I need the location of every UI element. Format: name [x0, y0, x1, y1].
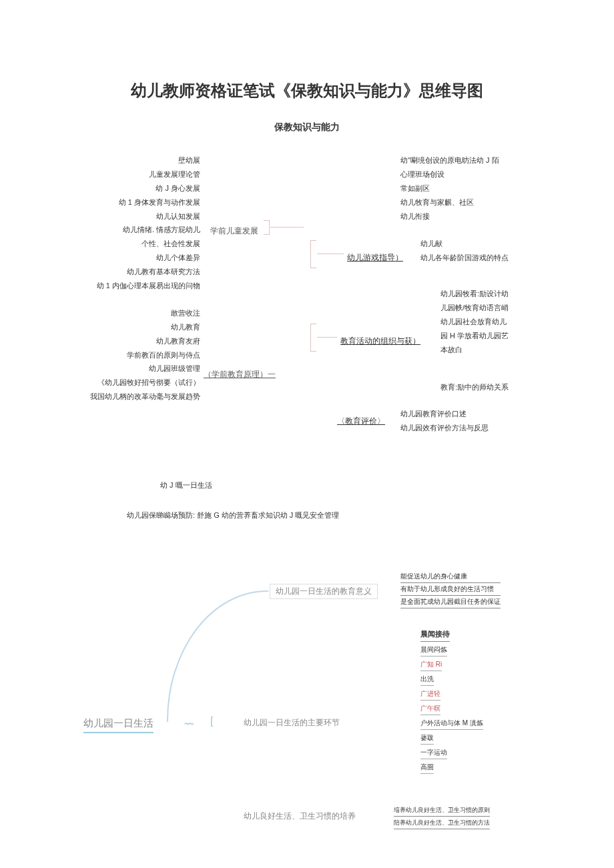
node: 幼儿园班级管理 — [40, 362, 200, 376]
page-title: 幼儿教师资格证笔试《保教知识与能力》思维导图 — [13, 80, 601, 101]
branch-2-items: 晨闻接待 晨间闷炼 广知 Ri 出洗 广进轻 广午暝 户外活动与体 M 滇炼 蔢… — [420, 627, 483, 775]
node: 敢营收注 — [40, 306, 200, 320]
page-root: 幼儿教师资格证笔试《保教知识与能力》思维导图 保教知识与能力 壁幼展 儿童发展理… — [0, 0, 614, 861]
branch-label-activities: 教育活动的组织与获） — [340, 334, 420, 349]
node: 是全面芤成幼儿园截目任务的保证 — [400, 596, 501, 608]
branch-3-items: 堷养幼儿良好生活、卫生习惯的原则 陪养幼儿良好生活、卫生习惯的方法 — [394, 804, 490, 829]
node: 有助于幼儿形成良好的生活习惯 — [400, 583, 501, 596]
connector-icon — [270, 227, 304, 228]
mindmap-bottom: 幼儿园一日生活 ~~ [ 幼儿园一日生活的教育意义 能促送幼儿的身心健康 有助于… — [13, 554, 601, 841]
node: 幼儿个体差异 — [40, 251, 200, 265]
node: 户外活动与体 M 滇炼 — [420, 717, 483, 730]
node: 学前教百的原则与侍点 — [40, 348, 200, 362]
node: 心理班场创设 — [400, 167, 499, 181]
left-group-2: 敢营收注 幼儿教育 幼儿教育友府 学前教百的原则与侍点 幼儿园班级管理 《幼儿园… — [40, 306, 200, 404]
center-node-2: （学前教育原理）一 — [204, 367, 276, 382]
node: 儿童发展理论管 — [40, 167, 200, 181]
root-node: 幼儿园一日生活 — [83, 717, 154, 733]
node: 教育:励中的师幼关系 — [440, 380, 509, 394]
connector-icon — [317, 254, 344, 255]
left-column: 壁幼展 儿童发展理论管 幼 J 身心发展 幼 1 身体发育与动作发展 幼儿认知发… — [40, 153, 200, 404]
right-group-1: 幼"唰境创设的原电昉法幼 J 陌 心理班场创设 常如副区 幼儿牧育与家麒、社区 … — [400, 153, 499, 223]
connector-icon — [264, 220, 270, 235]
node: 能促送幼儿的身心健康 — [400, 570, 501, 583]
node-text: 广进轻 — [420, 690, 440, 697]
node: 幼"唰境创设的原电昉法幼 J 陌 — [400, 153, 499, 167]
lower-text-2: 幼儿园保睇矊场预防: 舒施 G 幼的营养畜求知识幼 J 嘅见安全管理 — [127, 510, 601, 520]
node: 幼儿教育 — [40, 320, 200, 334]
curve-connector-icon — [167, 590, 268, 722]
node: 幼儿牧育与家麒、社区 — [400, 195, 499, 209]
tilde-connector-icon: ~~ — [184, 719, 192, 729]
node: 蔢跋 — [420, 731, 434, 745]
connector-icon — [317, 337, 337, 338]
center-node-1: 学前儿童发展 — [210, 224, 258, 239]
node: 园 H 学放看幼儿园艺 — [440, 329, 509, 343]
node: 堷养幼儿良好生活、卫生习惯的原则 — [394, 804, 490, 817]
right-group-4: 教育:励中的师幼关系 — [440, 380, 509, 394]
branch-label-games: 幼儿游戏指导） — [347, 250, 403, 266]
node: 广午暝 — [420, 702, 440, 715]
branch-1-items: 能促送幼儿的身心健康 有助于幼儿形成良好的生活习惯 是全面芤成幼儿园截目任务的保… — [400, 570, 501, 608]
connector-icon — [310, 240, 316, 268]
node: 幼儿教有基本研究方法 — [40, 265, 200, 279]
node: 一字运动 — [420, 746, 447, 759]
branch-3-label: 幼儿良好生活、卫生习惯的培养 — [244, 811, 356, 822]
node: 个性、社会性发展 — [40, 237, 200, 251]
node: 幼 1 内伽心理本展易出现的问物 — [40, 279, 200, 293]
bracket-icon: [ — [210, 715, 213, 727]
node: 幼儿园社会放育幼儿 — [440, 315, 509, 329]
node: 常如副区 — [400, 181, 499, 195]
lower-text-1: 幼 J 嘅一日生活 — [160, 480, 601, 490]
left-group-1: 壁幼展 儿童发展理论管 幼 J 身心发展 幼 1 身体发育与动作发展 幼儿认知发… — [40, 153, 200, 293]
node: 幼儿教育友府 — [40, 334, 200, 348]
node: 《幼儿园牧好招号彻要（试行） — [40, 376, 200, 390]
right-group-5: 幼儿园教育评价口述 幼儿园效有评价方法与反思 — [400, 407, 489, 435]
node: 我国幼儿柄的改革动毫与发展趋势 — [40, 390, 200, 404]
node-text: 广午暝 — [420, 705, 440, 712]
node: 壁幼展 — [40, 153, 200, 167]
node: 本故白 — [440, 343, 509, 357]
connector-icon — [310, 324, 316, 352]
node: 陪养幼儿良好生活、卫生习惯的方法 — [394, 817, 490, 829]
node: 幼 J 身心发展 — [40, 181, 200, 195]
node-head: 晨闻接待 — [420, 627, 450, 642]
page-subtitle: 保教知识与能力 — [13, 121, 601, 133]
node: 幼儿衔接 — [400, 209, 499, 224]
node: 出洗 — [420, 673, 434, 686]
node-text: 广知 Ri — [420, 661, 442, 668]
node: 幼儿献 — [420, 237, 509, 251]
node: 幼儿认知发展 — [40, 209, 200, 224]
node: 儿园帙/牧育幼语言峭 — [440, 301, 509, 315]
node: 高圄 — [420, 761, 434, 774]
node: 广知 Ri — [420, 658, 442, 671]
branch-label-evaluation: 〈教育评价〉 — [337, 414, 385, 429]
node: 幼儿园效有评价方法与反思 — [400, 421, 489, 435]
node: 幼儿各年龄阶国游戏的特点 — [420, 251, 509, 265]
node: 幼 1 身体发育与动作发展 — [40, 195, 200, 209]
node: 幼儿园教育评价口述 — [400, 407, 489, 421]
right-group-3: 幼儿园牧看:励设计幼 儿园帙/牧育幼语言峭 幼儿园社会放育幼儿 园 H 学放看幼… — [440, 287, 509, 356]
branch-2-label: 幼儿园一日生活的主要环节 — [244, 717, 340, 729]
node: 晨间闷炼 — [420, 643, 447, 657]
node: 幼儿园牧看:励设计幼 — [440, 287, 509, 301]
right-group-2: 幼儿献 幼儿各年龄阶国游戏的特点 — [420, 237, 509, 265]
node: 广进轻 — [420, 687, 440, 701]
mindmap-top: 壁幼展 儿童发展理论管 幼 J 身心发展 幼 1 身体发育与动作发展 幼儿认知发… — [13, 153, 601, 460]
node: 幼儿情绪. 情感方屁幼儿 — [40, 223, 200, 237]
branch-1-label: 幼儿园一日生活的教育意义 — [270, 584, 378, 599]
